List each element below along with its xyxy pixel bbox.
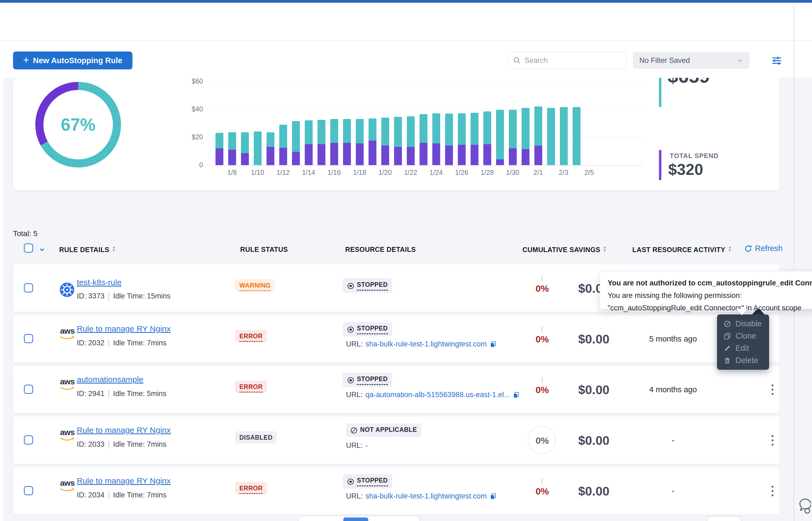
resource-url-link[interactable]: -	[366, 441, 368, 450]
search-icon	[513, 56, 521, 64]
copy-icon[interactable]	[490, 341, 497, 348]
row-checkbox[interactable]	[24, 435, 33, 445]
select-menu-chevron-icon[interactable]	[38, 246, 46, 253]
row-actions-menu-button[interactable]	[767, 480, 778, 502]
search-input[interactable]	[525, 56, 614, 65]
table-row[interactable]: aws Rule to manage RY Nginx ID: 2033|Idl…	[13, 416, 779, 464]
sort-icon: ▲▼	[112, 246, 115, 252]
resource-state-badge[interactable]: STOPPED	[343, 474, 392, 489]
menu-item-clone[interactable]: Clone	[717, 330, 769, 342]
total-spend-value: $320	[668, 160, 703, 178]
x-axis-tick: 1/22	[399, 168, 423, 177]
bar-savings	[496, 110, 504, 159]
url-line: URL: -	[346, 441, 368, 450]
row-checkbox[interactable]	[24, 385, 33, 394]
filter-panel-button[interactable]	[770, 54, 783, 67]
bar-spend	[496, 159, 504, 165]
total-spend-marker	[659, 150, 661, 180]
bar-savings	[279, 125, 287, 148]
col-cumulative-savings[interactable]: CUMULATIVE SAVINGS▲▼	[522, 246, 606, 254]
row-checkbox[interactable]	[24, 486, 33, 495]
x-axis-tick: 2/3	[552, 168, 576, 177]
resource-url-link[interactable]: sha-bulk-rule-test-1.lightwingtest.com	[366, 340, 487, 348]
x-axis-tick: 1/8	[220, 168, 244, 177]
savings-amount: $0.00	[564, 484, 624, 498]
y-axis-tick: $20	[181, 133, 203, 141]
saved-filter-dropdown[interactable]: No Filter Saved	[633, 52, 750, 69]
pagination-bar[interactable]: 1	[299, 516, 419, 521]
rule-name-link[interactable]: test-k8s-rule	[77, 278, 122, 287]
disable-icon	[724, 320, 731, 328]
bar-savings	[521, 108, 530, 149]
edit-icon	[724, 344, 731, 352]
select-all-checkbox[interactable]	[24, 244, 33, 253]
menu-item-disable[interactable]: Disable	[717, 318, 769, 330]
bar-spend	[407, 147, 415, 165]
bar-spend	[381, 145, 389, 165]
table-row[interactable]: aws Rule to manage RY Nginx ID: 2034|Idl…	[13, 467, 779, 515]
content-edge-divider	[794, 3, 794, 521]
sort-icon: ▲▼	[728, 246, 732, 252]
search-box[interactable]	[508, 52, 626, 69]
bar-savings	[292, 121, 300, 152]
status-badge-disabled[interactable]: DISABLED	[235, 431, 277, 444]
x-axis-line	[206, 165, 643, 166]
resource-state-badge[interactable]: STOPPED	[343, 278, 392, 293]
row-checkbox[interactable]	[24, 283, 33, 293]
bar-savings	[547, 108, 555, 165]
bar-savings	[407, 116, 415, 147]
copy-icon[interactable]	[490, 493, 497, 500]
savings-amount: $0.00	[564, 332, 624, 346]
rule-name-link[interactable]: Rule to manage RY Nginx	[77, 426, 171, 435]
copy-icon[interactable]	[513, 391, 520, 399]
bar-savings	[534, 107, 542, 145]
rule-meta: ID: 2033|Idle Time: 7mins	[77, 440, 166, 449]
bottom-help-button[interactable]	[707, 516, 742, 521]
col-rule-details[interactable]: RULE DETAILS▲▼	[59, 246, 115, 254]
table-row[interactable]: aws Rule to manage RY Nginx ID: 2032|Idl…	[13, 315, 779, 362]
bar-savings	[318, 120, 325, 144]
permission-tooltip: You are not authorized to ccm_autostoppi…	[600, 271, 812, 309]
bar-savings	[445, 114, 453, 145]
row-actions-menu-button[interactable]	[767, 429, 778, 451]
row-checkbox[interactable]	[24, 334, 33, 343]
menu-item-edit[interactable]: Edit	[717, 342, 769, 354]
rule-name-link[interactable]: automationsample	[77, 375, 143, 384]
bar-savings	[368, 118, 377, 141]
total-spend-label: TOTAL SPEND	[670, 152, 719, 160]
row-context-menu: Disable Clone Edit Delete	[717, 314, 769, 370]
resource-state-badge[interactable]: STOPPED	[343, 322, 392, 336]
resource-url-link[interactable]: sha-bulk-rule-test-1.lightwingtest.com	[366, 492, 487, 500]
bar-spend	[318, 144, 325, 165]
stopped-icon	[347, 282, 354, 290]
status-badge-error[interactable]: ERROR	[235, 381, 267, 393]
col-last-resource-activity[interactable]: LAST RESOURCE ACTIVITY▲▼	[632, 246, 732, 254]
bar-savings	[381, 118, 389, 145]
x-axis-tick: 1/28	[475, 168, 499, 177]
bar-spend	[279, 148, 287, 165]
bar-savings	[432, 113, 440, 143]
status-badge-warning[interactable]: WARNING	[235, 279, 275, 291]
new-autostopping-rule-button[interactable]: + New AutoStopping Rule	[13, 51, 132, 69]
x-axis-tick: 2/5	[577, 168, 601, 177]
rule-name-link[interactable]: Rule to manage RY Nginx	[77, 476, 171, 485]
menu-item-delete[interactable]: Delete	[717, 354, 769, 366]
bar-spend	[266, 147, 274, 165]
status-badge-error[interactable]: ERROR	[235, 482, 267, 494]
status-badge-error[interactable]: ERROR	[235, 330, 267, 342]
resource-state-badge[interactable]: NOT APPLICABLE	[346, 424, 421, 437]
chat-bubble-icon[interactable]	[796, 498, 811, 515]
bar-spend	[458, 145, 466, 165]
bar-spend	[521, 149, 530, 165]
resource-url-link[interactable]: qa-automation-alb-515563988.us-east-1.el…	[366, 391, 510, 399]
resource-state-badge[interactable]: STOPPED	[343, 373, 392, 387]
row-actions-menu-button[interactable]	[767, 379, 778, 400]
stopped-icon	[347, 377, 354, 384]
delete-icon	[724, 357, 731, 364]
bar-savings	[394, 117, 402, 147]
table-row[interactable]: aws automationsample ID: 2941|Idle Time:…	[13, 366, 779, 413]
rule-name-link[interactable]: Rule to manage RY Nginx	[77, 324, 171, 334]
aws-icon: aws	[59, 428, 76, 441]
pagination-active-page[interactable]: 1	[343, 518, 368, 521]
refresh-button[interactable]: Refresh	[744, 244, 783, 253]
